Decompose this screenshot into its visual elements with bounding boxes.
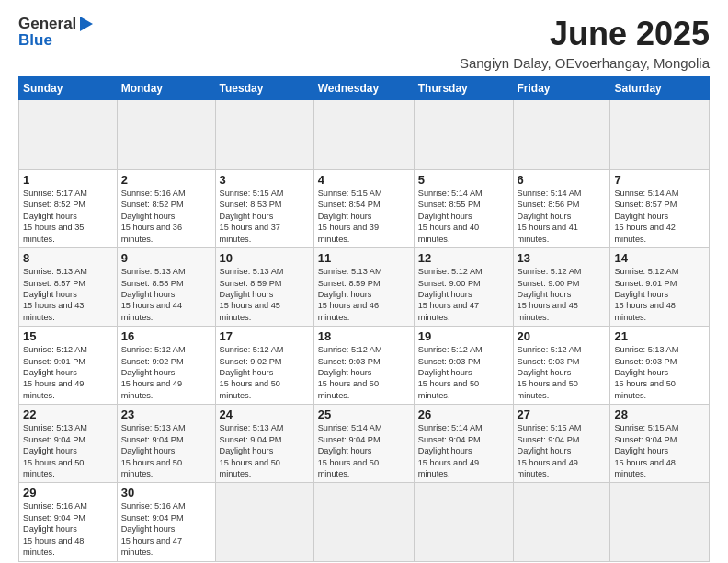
day-number: 11	[318, 251, 410, 265]
day-info: Sunrise: 5:14 AMSunset: 8:56 PMDaylight …	[518, 189, 582, 244]
day-number: 22	[23, 408, 113, 421]
day-number: 4	[318, 173, 410, 187]
calendar-week-row: 22 Sunrise: 5:13 AMSunset: 9:04 PMDaylig…	[19, 405, 710, 483]
logo: General Blue	[18, 15, 93, 50]
table-row	[414, 483, 513, 561]
day-number: 3	[220, 173, 310, 187]
table-row: 25 Sunrise: 5:14 AMSunset: 9:04 PMDaylig…	[313, 405, 414, 483]
day-info: Sunrise: 5:12 AMSunset: 9:00 PMDaylight …	[518, 267, 582, 322]
day-number: 2	[121, 173, 211, 187]
table-row: 22 Sunrise: 5:13 AMSunset: 9:04 PMDaylig…	[19, 405, 118, 483]
day-number: 29	[23, 486, 113, 500]
table-row: 21 Sunrise: 5:13 AMSunset: 9:03 PMDaylig…	[610, 327, 710, 405]
day-number: 14	[614, 251, 705, 265]
page: General Blue June 2025 Sangiyn Dalay, OE…	[0, 0, 728, 563]
day-number: 12	[418, 251, 509, 265]
subtitle: Sangiyn Dalay, OEvoerhangay, Mongolia	[460, 55, 710, 71]
day-info: Sunrise: 5:13 AMSunset: 9:03 PMDaylight …	[614, 345, 678, 400]
table-row	[513, 483, 610, 561]
day-number: 8	[23, 251, 113, 265]
table-row: 15 Sunrise: 5:12 AMSunset: 9:01 PMDaylig…	[19, 327, 118, 405]
day-info: Sunrise: 5:15 AMSunset: 9:04 PMDaylight …	[518, 423, 582, 478]
table-row	[610, 483, 710, 561]
day-number: 21	[614, 329, 705, 343]
day-info: Sunrise: 5:13 AMSunset: 8:57 PMDaylight …	[23, 267, 87, 322]
logo-blue: Blue	[18, 31, 52, 50]
calendar: Sunday Monday Tuesday Wednesday Thursday…	[18, 76, 710, 562]
day-info: Sunrise: 5:17 AMSunset: 8:52 PMDaylight …	[23, 189, 87, 244]
table-row	[414, 100, 513, 170]
day-info: Sunrise: 5:12 AMSunset: 9:00 PMDaylight …	[418, 267, 483, 322]
day-info: Sunrise: 5:15 AMSunset: 8:53 PMDaylight …	[220, 189, 284, 244]
col-thursday: Thursday	[414, 77, 513, 100]
table-row: 13 Sunrise: 5:12 AMSunset: 9:00 PMDaylig…	[513, 248, 610, 327]
day-number: 1	[23, 173, 113, 187]
day-number: 9	[121, 251, 211, 265]
day-info: Sunrise: 5:13 AMSunset: 8:59 PMDaylight …	[220, 267, 284, 322]
table-row: 28 Sunrise: 5:15 AMSunset: 9:04 PMDaylig…	[610, 405, 710, 483]
day-number: 30	[121, 486, 211, 500]
col-tuesday: Tuesday	[215, 77, 313, 100]
table-row: 5 Sunrise: 5:14 AMSunset: 8:55 PMDayligh…	[414, 170, 513, 248]
table-row: 6 Sunrise: 5:14 AMSunset: 8:56 PMDayligh…	[513, 170, 610, 248]
table-row: 2 Sunrise: 5:16 AMSunset: 8:52 PMDayligh…	[117, 170, 215, 248]
calendar-week-row: 8 Sunrise: 5:13 AMSunset: 8:57 PMDayligh…	[19, 248, 710, 327]
day-info: Sunrise: 5:12 AMSunset: 9:03 PMDaylight …	[318, 345, 382, 400]
table-row	[313, 483, 414, 561]
day-number: 13	[518, 251, 607, 265]
day-info: Sunrise: 5:14 AMSunset: 8:57 PMDaylight …	[614, 189, 678, 244]
table-row: 23 Sunrise: 5:13 AMSunset: 9:04 PMDaylig…	[117, 405, 215, 483]
table-row: 1 Sunrise: 5:17 AMSunset: 8:52 PMDayligh…	[19, 170, 118, 248]
header: General Blue June 2025 Sangiyn Dalay, OE…	[18, 15, 710, 71]
day-info: Sunrise: 5:12 AMSunset: 9:03 PMDaylight …	[518, 345, 582, 400]
col-monday: Monday	[117, 77, 215, 100]
day-info: Sunrise: 5:12 AMSunset: 9:02 PMDaylight …	[220, 345, 284, 400]
day-number: 5	[418, 173, 509, 187]
table-row: 26 Sunrise: 5:14 AMSunset: 9:04 PMDaylig…	[414, 405, 513, 483]
calendar-week-row: 15 Sunrise: 5:12 AMSunset: 9:01 PMDaylig…	[19, 327, 710, 405]
day-number: 24	[220, 408, 310, 421]
table-row: 14 Sunrise: 5:12 AMSunset: 9:01 PMDaylig…	[610, 248, 710, 327]
table-row	[313, 100, 414, 170]
day-number: 17	[220, 329, 310, 343]
table-row: 20 Sunrise: 5:12 AMSunset: 9:03 PMDaylig…	[513, 327, 610, 405]
table-row: 11 Sunrise: 5:13 AMSunset: 8:59 PMDaylig…	[313, 248, 414, 327]
day-number: 18	[318, 329, 410, 343]
table-row: 27 Sunrise: 5:15 AMSunset: 9:04 PMDaylig…	[513, 405, 610, 483]
day-info: Sunrise: 5:16 AMSunset: 8:52 PMDaylight …	[121, 189, 186, 244]
table-row	[610, 100, 710, 170]
day-number: 16	[121, 329, 211, 343]
table-row: 4 Sunrise: 5:15 AMSunset: 8:54 PMDayligh…	[313, 170, 414, 248]
calendar-week-row: 29 Sunrise: 5:16 AMSunset: 9:04 PMDaylig…	[19, 483, 710, 561]
col-saturday: Saturday	[610, 77, 710, 100]
table-row: 16 Sunrise: 5:12 AMSunset: 9:02 PMDaylig…	[117, 327, 215, 405]
day-number: 27	[518, 408, 607, 421]
table-row: 8 Sunrise: 5:13 AMSunset: 8:57 PMDayligh…	[19, 248, 118, 327]
day-info: Sunrise: 5:13 AMSunset: 8:58 PMDaylight …	[121, 267, 186, 322]
table-row	[215, 100, 313, 170]
table-row	[513, 100, 610, 170]
day-number: 26	[418, 408, 509, 421]
day-number: 23	[121, 408, 211, 421]
calendar-week-row	[19, 100, 710, 170]
day-info: Sunrise: 5:13 AMSunset: 9:04 PMDaylight …	[121, 423, 186, 478]
title-area: June 2025 Sangiyn Dalay, OEvoerhangay, M…	[460, 15, 710, 71]
day-number: 6	[518, 173, 607, 187]
day-info: Sunrise: 5:14 AMSunset: 9:04 PMDaylight …	[418, 423, 483, 478]
day-number: 10	[220, 251, 310, 265]
day-number: 19	[418, 329, 509, 343]
day-info: Sunrise: 5:12 AMSunset: 9:03 PMDaylight …	[418, 345, 483, 400]
day-info: Sunrise: 5:14 AMSunset: 8:55 PMDaylight …	[418, 189, 483, 244]
day-info: Sunrise: 5:12 AMSunset: 9:02 PMDaylight …	[121, 345, 186, 400]
table-row: 9 Sunrise: 5:13 AMSunset: 8:58 PMDayligh…	[117, 248, 215, 327]
table-row: 24 Sunrise: 5:13 AMSunset: 9:04 PMDaylig…	[215, 405, 313, 483]
table-row	[215, 483, 313, 561]
col-friday: Friday	[513, 77, 610, 100]
logo-arrow-icon	[80, 17, 93, 31]
col-sunday: Sunday	[19, 77, 118, 100]
day-info: Sunrise: 5:13 AMSunset: 8:59 PMDaylight …	[318, 267, 382, 322]
table-row: 7 Sunrise: 5:14 AMSunset: 8:57 PMDayligh…	[610, 170, 710, 248]
day-info: Sunrise: 5:12 AMSunset: 9:01 PMDaylight …	[614, 267, 678, 322]
day-number: 28	[614, 408, 705, 421]
logo-general: General	[18, 15, 76, 33]
